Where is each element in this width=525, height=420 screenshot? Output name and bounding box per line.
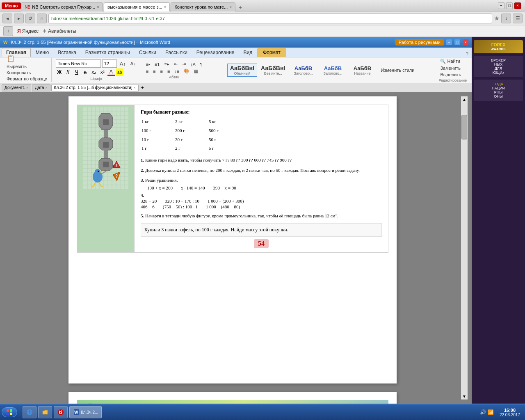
svg-text:!: ! <box>116 163 117 168</box>
browser-close-button[interactable]: × <box>514 2 521 9</box>
scroll-track[interactable] <box>461 103 468 393</box>
style-normal[interactable]: АаБбВвI Обычный <box>227 64 257 77</box>
format-tab-label[interactable]: Работа с рисунками <box>395 39 444 46</box>
system-clock[interactable]: 16:08 22.03.2017 <box>496 407 523 418</box>
scroll-thumb[interactable] <box>461 115 467 139</box>
replace-button[interactable]: Заменить <box>438 65 462 71</box>
bullets-button[interactable]: ≡• <box>144 62 152 67</box>
bold-button[interactable]: Ж <box>56 68 63 76</box>
font-color-button[interactable]: A <box>107 68 115 76</box>
help-button[interactable]: ? <box>464 50 470 57</box>
start-button[interactable] <box>2 407 17 417</box>
multilevel-button[interactable]: ≡▸ <box>162 61 171 67</box>
taskbar-word[interactable]: W Кл.Зч.2... <box>69 406 102 418</box>
decrease-indent-button[interactable]: ⇤ <box>172 61 179 67</box>
shading-button[interactable]: 🎨 <box>182 68 191 74</box>
select-button[interactable]: Выделить <box>438 72 463 78</box>
address-input[interactable]: hdrezka.me/series/drama/11026-gluhar.htm… <box>48 14 492 23</box>
download-button[interactable]: ↓ <box>501 14 511 23</box>
document-body[interactable]: ! ? Гири бывают разные: <box>0 92 472 404</box>
add-bookmark-button[interactable]: + <box>3 26 13 36</box>
style-no-spacing[interactable]: АаБбВвI Без инте... <box>258 64 288 77</box>
opera-menu-button[interactable]: Меню <box>2 2 21 9</box>
bookmark-yandex[interactable]: Я Яндекс <box>17 28 39 34</box>
back-button[interactable]: ◂ <box>2 14 12 23</box>
bookmark-avia[interactable]: ✈ Авиабилеты <box>43 28 76 34</box>
format-painter-button[interactable]: Формат по образцу <box>5 76 49 82</box>
highlight-button[interactable]: ab <box>116 68 123 76</box>
line-spacing-button[interactable]: ↕≡ <box>173 68 181 74</box>
browser-minimize-button[interactable]: − <box>498 2 504 9</box>
tab-insert[interactable]: Вставка <box>54 48 80 57</box>
tab-mailings[interactable]: Рассылки <box>161 48 192 57</box>
italic-button[interactable]: К <box>64 68 72 76</box>
align-right-button[interactable]: ≡ <box>159 68 164 74</box>
decrease-font-button[interactable]: A↓ <box>129 61 137 66</box>
scroll-up-button[interactable]: ▲ <box>461 96 467 103</box>
taskbar-ie[interactable] <box>23 406 37 418</box>
tab-1[interactable]: NB NB Смотреть сериал Глухар... × <box>21 2 103 11</box>
justify-button[interactable]: ≡ <box>166 68 171 74</box>
subscript-button[interactable]: x₂ <box>90 68 98 76</box>
ad-year[interactable]: ГОДА НАЦИИ РНЫ ОНЫ <box>474 80 523 101</box>
increase-indent-button[interactable]: ⇥ <box>180 61 187 67</box>
doc-tab-2[interactable]: Дата × <box>32 84 50 91</box>
align-center-button[interactable]: ≡ <box>151 68 157 74</box>
network-icon[interactable]: 📶 <box>488 409 494 415</box>
copy-button[interactable]: Копировать <box>5 70 49 75</box>
refresh-button[interactable]: ↺ <box>25 14 35 23</box>
tab-2-close[interactable]: × <box>164 5 167 9</box>
tab-3-close[interactable]: × <box>229 5 232 9</box>
tab-1-close[interactable]: × <box>97 5 99 9</box>
forward-button[interactable]: ▸ <box>14 14 24 23</box>
superscript-button[interactable]: x² <box>99 68 106 76</box>
ad-forex[interactable]: FOREX AWARDS <box>474 40 523 53</box>
browser-maximize-button[interactable]: □ <box>506 2 513 9</box>
paste-button[interactable]: 📋 <box>5 54 16 63</box>
sort-button[interactable]: ↕A <box>189 62 197 67</box>
taskbar-opera[interactable]: O <box>54 406 68 418</box>
style-title[interactable]: АаБбВ Название <box>348 64 377 77</box>
tab-format[interactable]: Формат <box>257 48 286 57</box>
tab-layout[interactable]: Разметка страницы <box>81 48 134 57</box>
ad-broker[interactable]: БРОКЕР НЫХ ДЛЯ ЮЩИх <box>474 56 523 77</box>
tab-menu[interactable]: Меню <box>32 48 53 57</box>
strikethrough-button[interactable]: а <box>82 68 89 76</box>
new-tab-button[interactable]: + <box>236 3 244 11</box>
home-button[interactable]: ⌂ <box>37 14 47 23</box>
word-minimize[interactable]: − <box>446 39 452 45</box>
doc-tab-1[interactable]: Документ1 × <box>2 84 31 91</box>
style-heading2[interactable]: АаБбВ Заголово... <box>318 64 347 77</box>
word-application: W Кл.Зч.2 стр. 1-55 [Режим ограниченной … <box>0 37 472 404</box>
new-doc-button[interactable]: + <box>141 85 144 91</box>
find-button[interactable]: 🔍 Найти <box>438 58 461 64</box>
tab-review[interactable]: Рецензирование <box>192 48 239 57</box>
cut-button[interactable]: Вырезать <box>5 64 49 69</box>
increase-font-button[interactable]: A↑ <box>118 60 128 67</box>
style-change-button[interactable]: Изменить стили <box>379 67 416 73</box>
tab-view[interactable]: Вид <box>240 48 257 57</box>
word-close[interactable]: × <box>463 39 468 45</box>
underline-button[interactable]: Ч <box>73 68 80 76</box>
vertical-scrollbar[interactable]: ▲ ▼ <box>461 96 468 399</box>
tab-2[interactable]: высказывания о массе з... × <box>104 2 170 11</box>
numbering-button[interactable]: ≡1 <box>153 62 162 67</box>
doc-tab-2-close[interactable]: × <box>45 86 47 90</box>
tab-refs[interactable]: Ссылки <box>135 48 160 57</box>
doc-tab-3-close[interactable]: × <box>133 86 135 90</box>
word-maximize[interactable]: □ <box>454 39 460 45</box>
show-formatting-button[interactable]: ¶ <box>199 62 204 67</box>
doc-tab-3[interactable]: Кл.Зч.2 стр. 1-55 [...й функциональности… <box>51 84 139 91</box>
opera-menu-nav[interactable]: ☰ <box>513 14 523 23</box>
style-heading1[interactable]: АаБбВ Заголово... <box>289 64 317 77</box>
font-name-input[interactable] <box>56 59 101 68</box>
scroll-down-button[interactable]: ▼ <box>461 393 467 399</box>
font-size-input[interactable] <box>102 59 117 68</box>
tab-3[interactable]: Конспект урока по мате... × <box>171 2 235 11</box>
volume-icon[interactable]: 🔊 <box>480 409 486 415</box>
doc-tab-1-close[interactable]: × <box>26 86 28 90</box>
align-left-button[interactable]: ≡ <box>144 68 150 74</box>
taskbar-explorer[interactable] <box>38 406 52 418</box>
bookmark-star[interactable]: ★ <box>494 14 500 22</box>
borders-button[interactable]: ▦ <box>192 68 200 74</box>
